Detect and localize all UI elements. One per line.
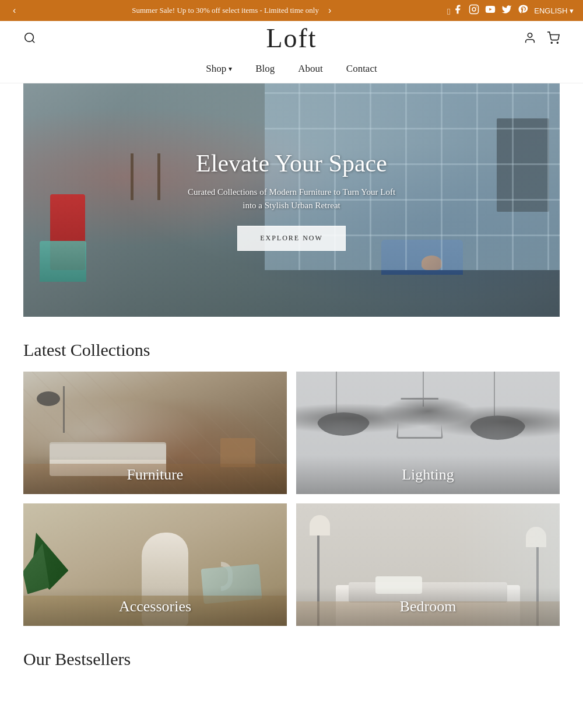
announcement-bar: ‹ Summer Sale! Up to 30% off select item… <box>0 0 583 21</box>
hero-content: Elevate Your Space Curated Collections o… <box>181 149 402 251</box>
youtube-icon[interactable] <box>485 4 496 17</box>
instagram-icon[interactable] <box>469 4 479 17</box>
language-selector[interactable]: ENGLISH ▾ <box>534 6 574 15</box>
header-right <box>524 32 560 44</box>
search-button[interactable] <box>23 32 36 44</box>
svg-point-1 <box>472 8 476 11</box>
nav-blog[interactable]: Blog <box>255 63 275 75</box>
accessories-label: Accessories <box>23 587 287 626</box>
nav-contact[interactable]: Contact <box>346 63 377 75</box>
announcement-text: Summer Sale! Up to 30% off select items … <box>132 6 319 15</box>
explore-button[interactable]: EXPLORE NOW <box>237 226 346 251</box>
main-content: Latest Collections Furniture <box>0 340 583 716</box>
svg-point-7 <box>551 42 552 43</box>
collection-bedroom[interactable]: Bedroom <box>296 503 560 626</box>
svg-line-5 <box>32 40 34 43</box>
collection-furniture[interactable]: Furniture <box>23 372 287 494</box>
svg-point-2 <box>476 6 477 8</box>
bestsellers-title: Our Bestsellers <box>23 649 560 669</box>
bedroom-label: Bedroom <box>296 587 560 626</box>
hero-title: Elevate Your Space <box>181 149 402 177</box>
site-logo[interactable]: Loft <box>266 23 317 54</box>
nav-shop[interactable]: Shop ▾ <box>206 63 232 75</box>
hero-wrapper: Elevate Your Space Curated Collections o… <box>0 83 583 317</box>
cart-button[interactable] <box>547 32 560 44</box>
lighting-label: Lighting <box>296 456 560 494</box>
hero-background: Elevate Your Space Curated Collections o… <box>23 83 560 317</box>
svg-point-8 <box>557 42 558 43</box>
hero-subtitle: Curated Collections of Modern Furniture … <box>181 186 402 212</box>
shop-chevron-icon: ▾ <box>229 65 232 74</box>
svg-point-4 <box>25 33 34 42</box>
main-nav: Shop ▾ Blog About Contact <box>0 55 583 83</box>
account-button[interactable] <box>524 32 536 44</box>
header-left <box>23 32 36 44</box>
collection-accessories[interactable]: Accessories <box>23 503 287 626</box>
header: Loft <box>0 21 583 55</box>
latest-collections-title: Latest Collections <box>23 340 560 360</box>
svg-point-6 <box>528 33 532 37</box>
announcement-prev-button[interactable]: ‹ <box>9 5 19 16</box>
svg-rect-0 <box>470 5 479 14</box>
nav-about[interactable]: About <box>298 63 323 75</box>
collections-grid: Furniture Lighting <box>23 372 560 626</box>
announcement-next-button[interactable]: › <box>325 5 335 16</box>
announcement-center: Summer Sale! Up to 30% off select items … <box>19 5 447 16</box>
hero-section: Elevate Your Space Curated Collections o… <box>23 83 560 317</box>
furniture-label: Furniture <box>23 456 287 494</box>
facebook-icon[interactable]:  <box>447 4 463 17</box>
twitter-icon[interactable] <box>501 4 512 17</box>
collection-lighting[interactable]: Lighting <box>296 372 560 494</box>
bestsellers-placeholder <box>23 681 560 716</box>
pinterest-icon[interactable] <box>518 4 528 17</box>
social-links:  ENGLISH ▾ <box>447 4 574 17</box>
